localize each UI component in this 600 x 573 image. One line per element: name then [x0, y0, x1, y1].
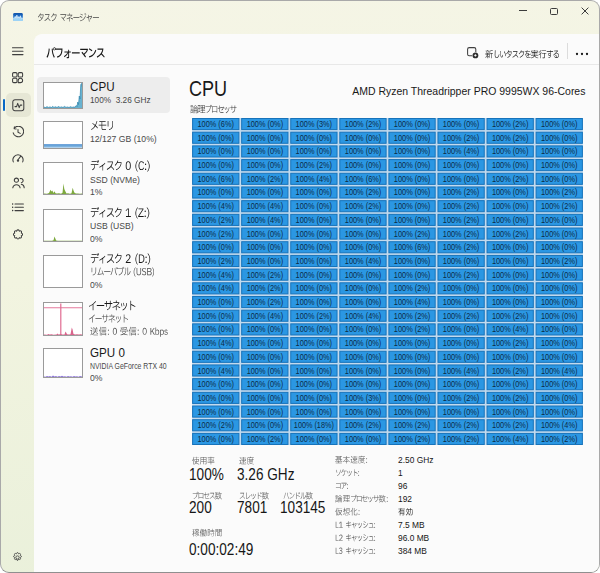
svg-text:100% (0%): 100% (0%) [296, 352, 333, 362]
svg-text:100% (0%): 100% (0%) [296, 365, 333, 375]
svg-text:100% (0%): 100% (0%) [541, 160, 578, 170]
svg-text:100% (2%): 100% (2%) [541, 201, 578, 211]
svg-text:100% (2%): 100% (2%) [443, 393, 480, 403]
svg-text:100% (4%): 100% (4%) [247, 201, 284, 211]
svg-text:100% (0%): 100% (0%) [492, 256, 529, 266]
svg-text:100% (0%): 100% (0%) [345, 160, 382, 170]
svg-text:100% (4%): 100% (4%) [247, 310, 284, 320]
svg-text:100% (0%): 100% (0%) [394, 201, 431, 211]
svg-text:100% (0%): 100% (0%) [197, 297, 234, 307]
svg-text:100% (0%): 100% (0%) [541, 269, 578, 279]
svg-text:100% (4%): 100% (4%) [247, 215, 284, 225]
svg-text:100% (2%): 100% (2%) [394, 310, 431, 320]
svg-text:100% (3%): 100% (3%) [296, 119, 333, 129]
svg-text:100% (2%): 100% (2%) [443, 420, 480, 430]
svg-text:100% (0%): 100% (0%) [541, 215, 578, 225]
svg-text:100% (0%): 100% (0%) [541, 174, 578, 184]
svg-text:100% (0%): 100% (0%) [492, 283, 529, 293]
svg-text:100% (0%): 100% (0%) [443, 174, 480, 184]
svg-text:100% (4%): 100% (4%) [394, 297, 431, 307]
svg-text:100% (4%): 100% (4%) [296, 174, 333, 184]
svg-text:100% (0%): 100% (0%) [296, 406, 333, 416]
svg-text:100% (2%): 100% (2%) [247, 269, 284, 279]
svg-text:100% (0%): 100% (0%) [492, 201, 529, 211]
svg-text:100% (0%): 100% (0%) [394, 174, 431, 184]
svg-text:100% (0%): 100% (0%) [296, 297, 333, 307]
svg-text:100% (0%): 100% (0%) [541, 133, 578, 143]
svg-text:100% (0%): 100% (0%) [492, 352, 529, 362]
svg-text:100% (2%): 100% (2%) [247, 174, 284, 184]
svg-text:100% (0%): 100% (0%) [345, 133, 382, 143]
svg-text:100% (0%): 100% (0%) [345, 379, 382, 389]
svg-text:100% (0%): 100% (0%) [492, 297, 529, 307]
svg-text:100% (0%): 100% (0%) [541, 119, 578, 129]
svg-text:100% (0%): 100% (0%) [443, 297, 480, 307]
svg-text:100% (0%): 100% (0%) [541, 310, 578, 320]
svg-text:100% (3%): 100% (3%) [345, 393, 382, 403]
svg-text:100% (6%): 100% (6%) [345, 174, 382, 184]
svg-text:100% (0%): 100% (0%) [296, 228, 333, 238]
svg-text:100% (0%): 100% (0%) [541, 393, 578, 403]
svg-text:100% (0%): 100% (0%) [345, 146, 382, 156]
svg-text:100% (0%): 100% (0%) [394, 379, 431, 389]
svg-text:100% (0%): 100% (0%) [492, 160, 529, 170]
svg-text:100% (2%): 100% (2%) [394, 420, 431, 430]
svg-text:100% (0%): 100% (0%) [247, 365, 284, 375]
svg-text:100% (0%): 100% (0%) [197, 133, 234, 143]
svg-text:100% (0%): 100% (0%) [296, 269, 333, 279]
svg-text:100% (2%): 100% (2%) [197, 228, 234, 238]
svg-text:100% (2%): 100% (2%) [394, 434, 431, 444]
svg-text:100% (0%): 100% (0%) [197, 146, 234, 156]
svg-text:100% (0%): 100% (0%) [541, 242, 578, 252]
svg-text:100% (4%): 100% (4%) [443, 365, 480, 375]
svg-text:100% (2%): 100% (2%) [394, 283, 431, 293]
svg-text:100% (4%): 100% (4%) [492, 434, 529, 444]
svg-text:100% (2%): 100% (2%) [492, 133, 529, 143]
svg-text:100% (0%): 100% (0%) [247, 242, 284, 252]
svg-text:100% (4%): 100% (4%) [492, 324, 529, 334]
svg-text:100% (0%): 100% (0%) [296, 146, 333, 156]
svg-text:100% (0%): 100% (0%) [296, 324, 333, 334]
svg-text:100% (4%): 100% (4%) [345, 256, 382, 266]
svg-text:100% (2%): 100% (2%) [541, 256, 578, 266]
svg-text:100% (0%): 100% (0%) [296, 338, 333, 348]
svg-text:100% (2%): 100% (2%) [345, 187, 382, 197]
svg-text:100% (2%): 100% (2%) [492, 174, 529, 184]
svg-text:100% (2%): 100% (2%) [345, 420, 382, 430]
svg-text:100% (4%): 100% (4%) [541, 420, 578, 430]
svg-text:100% (0%): 100% (0%) [345, 228, 382, 238]
svg-text:100% (2%): 100% (2%) [443, 201, 480, 211]
svg-text:100% (0%): 100% (0%) [345, 365, 382, 375]
svg-text:100% (4%): 100% (4%) [197, 283, 234, 293]
svg-text:100% (0%): 100% (0%) [443, 352, 480, 362]
svg-text:100% (6%): 100% (6%) [197, 119, 234, 129]
svg-text:100% (0%): 100% (0%) [492, 187, 529, 197]
svg-text:100% (0%): 100% (0%) [541, 297, 578, 307]
svg-text:100% (0%): 100% (0%) [296, 215, 333, 225]
svg-text:100% (0%): 100% (0%) [247, 393, 284, 403]
svg-text:100% (0%): 100% (0%) [394, 133, 431, 143]
svg-text:100% (2%): 100% (2%) [247, 283, 284, 293]
svg-text:100% (2%): 100% (2%) [492, 338, 529, 348]
svg-text:100% (0%): 100% (0%) [197, 352, 234, 362]
svg-text:100% (2%): 100% (2%) [197, 256, 234, 266]
svg-text:100% (0%): 100% (0%) [296, 187, 333, 197]
svg-text:100% (0%): 100% (0%) [247, 160, 284, 170]
svg-text:100% (2%): 100% (2%) [492, 420, 529, 430]
svg-text:100% (0%): 100% (0%) [247, 379, 284, 389]
svg-text:100% (2%): 100% (2%) [345, 119, 382, 129]
svg-text:100% (0%): 100% (0%) [443, 160, 480, 170]
svg-text:100% (0%): 100% (0%) [197, 434, 234, 444]
svg-text:100% (0%): 100% (0%) [443, 379, 480, 389]
svg-text:100% (0%): 100% (0%) [541, 283, 578, 293]
svg-text:100% (4%): 100% (4%) [197, 338, 234, 348]
svg-text:100% (2%): 100% (2%) [345, 201, 382, 211]
svg-text:100% (6%): 100% (6%) [197, 174, 234, 184]
svg-text:100% (0%): 100% (0%) [541, 228, 578, 238]
svg-text:100% (0%): 100% (0%) [296, 393, 333, 403]
svg-text:100% (0%): 100% (0%) [394, 352, 431, 362]
svg-text:100% (0%): 100% (0%) [345, 352, 382, 362]
svg-text:100% (0%): 100% (0%) [345, 297, 382, 307]
svg-text:100% (0%): 100% (0%) [197, 160, 234, 170]
svg-text:100% (2%): 100% (2%) [443, 187, 480, 197]
